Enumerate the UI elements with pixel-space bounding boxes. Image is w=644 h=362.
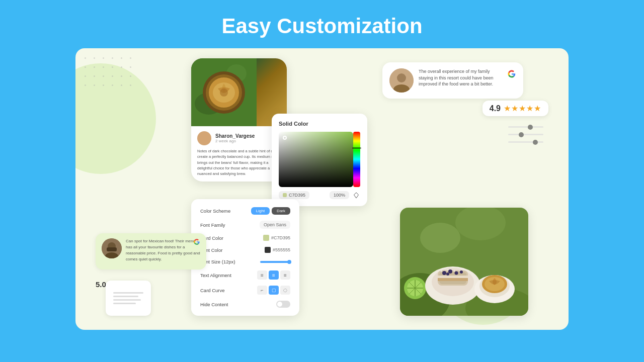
rating-number: 4.9 — [490, 104, 501, 113]
hide-content-label: Hide Content — [200, 302, 228, 307]
font-size-slider[interactable] — [260, 261, 290, 263]
svg-point-42 — [441, 270, 442, 272]
settings-row-color-scheme: Color Scheme Light Dark — [200, 207, 290, 215]
review-bl-content: Can spot for Mexican food! Their menu ha… — [126, 238, 200, 264]
screen-line-2 — [113, 296, 138, 297]
settings-row-font-family: Font Family Open Sans — [200, 221, 290, 229]
coffee-user-row: Sharon_Vargese 2 week ago — [197, 131, 281, 145]
curve-none-button[interactable]: ⌐ — [257, 286, 267, 295]
google-icon — [507, 68, 516, 77]
picker-controls: C7D395 100% — [279, 191, 360, 199]
rating-bl-number: 5.0 — [96, 280, 106, 289]
svg-point-20 — [420, 223, 460, 253]
hide-content-toggle[interactable] — [276, 301, 290, 308]
toggle-dot — [277, 302, 282, 307]
coffee-review-text: Notes of dark chocolate and a subtle hin… — [197, 148, 281, 176]
settings-row-font-color: Font Color #555555 — [200, 247, 290, 253]
hex-value[interactable]: C7D395 — [279, 191, 309, 199]
hue-strip[interactable] — [353, 132, 360, 187]
rating-badge-top: 4.9 ★★★★★ — [482, 101, 548, 116]
font-family-value[interactable]: Open Sans — [260, 221, 290, 229]
review-text-block: The overall experience of my family stay… — [419, 68, 502, 87]
avatar-top-right — [389, 68, 414, 93]
svg-point-37 — [446, 273, 449, 276]
screen-line-3 — [113, 299, 141, 301]
slider-thumb — [533, 140, 538, 145]
curve-medium-button[interactable]: ▢ — [269, 286, 279, 295]
svg-point-44 — [454, 270, 455, 272]
svg-line-11 — [354, 193, 357, 195]
slider-thumb — [519, 132, 524, 137]
slider-row-3 — [508, 141, 543, 143]
card-curve-label: Card Curve — [200, 288, 225, 293]
svg-point-34 — [448, 269, 452, 274]
color-picker-title: Solid Color — [279, 121, 360, 127]
svg-point-10 — [220, 88, 228, 97]
slider-line — [508, 134, 543, 135]
coffee-user-name: Sharon_Vargese — [215, 133, 255, 139]
scheme-light-button[interactable]: Light — [251, 207, 270, 215]
review-text: The overall experience of my family stay… — [419, 68, 502, 87]
hex-swatch — [283, 193, 287, 197]
card-color-control[interactable]: #C7D395 — [263, 235, 290, 241]
page-title: Easy Customization — [0, 0, 644, 48]
card-color-value: #C7D395 — [271, 235, 290, 240]
screen-line-1 — [113, 292, 143, 294]
align-right-button[interactable]: ≡ — [280, 270, 290, 280]
eyedropper-button[interactable] — [352, 191, 360, 199]
svg-point-36 — [460, 270, 463, 274]
svg-point-45 — [459, 270, 460, 271]
slider-line — [508, 141, 543, 143]
coffee-user-avatar — [197, 131, 211, 145]
font-color-value: #555555 — [273, 247, 290, 252]
opacity-value: 100% — [330, 191, 349, 199]
settings-panel: Color Scheme Light Dark Font Family Open… — [191, 199, 299, 316]
slider-line — [508, 126, 543, 128]
settings-row-hide-content: Hide Content — [200, 301, 290, 308]
curve-full-button[interactable]: ◌ — [280, 286, 290, 295]
dot-grid-top-left — [85, 57, 135, 89]
review-bl-text: Can spot for Mexican food! Their menu ha… — [126, 238, 200, 262]
slider-row-2 — [508, 134, 543, 135]
settings-row-card-color: Card Color #C7D395 — [200, 235, 290, 241]
settings-row-text-alignment: Text Alignment ≡ ≡ ≡ — [200, 270, 290, 280]
review-card-top-right: The overall experience of my family stay… — [382, 62, 523, 99]
screen-line-4 — [113, 303, 136, 304]
align-center-button[interactable]: ≡ — [269, 270, 279, 280]
avatar-bottom-left — [102, 238, 122, 258]
curve-buttons[interactable]: ⌐ ▢ ◌ — [257, 286, 290, 295]
svg-rect-32 — [438, 278, 468, 281]
svg-point-43 — [447, 269, 448, 270]
rating-stars: ★★★★★ — [504, 104, 541, 113]
font-color-swatch — [265, 247, 271, 253]
color-picker-widget[interactable]: Solid Color C7D395 100% — [272, 114, 367, 206]
text-alignment-label: Text Alignment — [200, 273, 231, 278]
main-canvas: The overall experience of my family stay… — [75, 48, 569, 330]
settings-row-font-size: Font Size (12px) — [200, 259, 290, 264]
font-family-label: Font Family — [200, 222, 225, 228]
review-card-bottom-left: Can spot for Mexican food! Their menu ha… — [96, 233, 206, 269]
svg-point-1 — [397, 73, 406, 82]
coffee-user-time: 2 week ago — [215, 139, 255, 143]
font-color-control[interactable]: #555555 — [265, 247, 290, 253]
card-color-swatch — [263, 235, 269, 241]
device-mockup — [106, 281, 151, 316]
font-size-thumb — [287, 260, 291, 264]
slider-row-1 — [508, 126, 543, 128]
coffee-image — [191, 58, 287, 126]
food-photo-card — [400, 208, 528, 316]
settings-row-card-curve: Card Curve ⌐ ▢ ◌ — [200, 286, 290, 295]
scheme-dark-button[interactable]: Dark — [272, 207, 290, 215]
device-screen — [113, 292, 143, 304]
svg-point-35 — [455, 272, 458, 275]
align-left-button[interactable]: ≡ — [257, 270, 267, 280]
svg-rect-15 — [107, 247, 117, 251]
hex-text: C7D395 — [289, 193, 305, 198]
scheme-buttons[interactable]: Light Dark — [251, 207, 290, 215]
alignment-buttons[interactable]: ≡ ≡ ≡ — [257, 270, 290, 280]
color-scheme-label: Color Scheme — [200, 208, 230, 214]
sliders-widget — [508, 126, 543, 143]
slider-thumb — [528, 125, 533, 130]
svg-point-33 — [442, 271, 446, 275]
